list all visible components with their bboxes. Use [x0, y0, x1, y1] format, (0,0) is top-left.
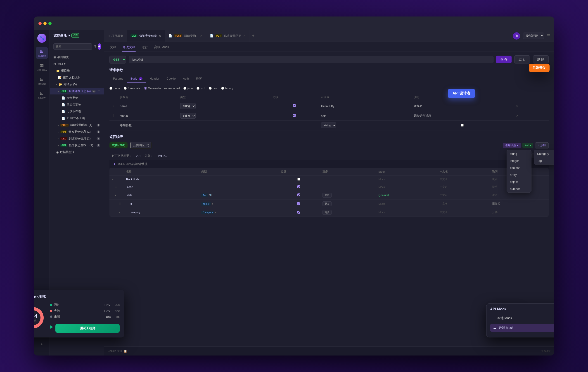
param-desc-status[interactable]: 宠物销售状态: [411, 111, 514, 121]
radio-raw[interactable]: raw: [209, 87, 218, 90]
close-button[interactable]: [38, 22, 42, 25]
drag-handle[interactable]: ⠿: [118, 202, 121, 206]
refresh-icon[interactable]: ↻: [513, 32, 520, 40]
resp-node-code[interactable]: code: [124, 183, 199, 191]
resp-mock-root[interactable]: Mock: [376, 176, 437, 183]
nav-item-query-pet[interactable]: ▾ GET 查询宠物信息 (4) 4 ⊞: [50, 88, 104, 94]
url-input[interactable]: [129, 56, 494, 63]
param-name-status[interactable]: status: [117, 111, 178, 121]
avatar[interactable]: 🐾: [37, 34, 46, 43]
resp-cnname-code[interactable]: 中文名: [437, 183, 489, 191]
tab-post-new[interactable]: 📄 POST 新建宠物... ✕: [165, 30, 206, 41]
subtab-edit-doc[interactable]: 修改文档: [122, 43, 136, 52]
tab-get-query[interactable]: GET 查询宠物信息 ✕: [127, 30, 165, 41]
radio-x-www[interactable]: X-www-form-urlencoded: [144, 87, 180, 90]
params-tab-settings[interactable]: 设置: [192, 75, 206, 83]
resp-more-cat[interactable]: 更多: [323, 210, 332, 215]
resp-required-root[interactable]: [297, 178, 300, 181]
public-response-btn[interactable]: 公共响应 (6): [130, 142, 152, 149]
delete-param-icon[interactable]: ✕: [516, 104, 519, 108]
delete-param-icon[interactable]: ✕: [516, 114, 519, 117]
tab-close-icon[interactable]: ✕: [159, 34, 161, 38]
add-param-row[interactable]: 添加参数 string: [109, 121, 549, 130]
nav-item-wrong-id[interactable]: 📄 ID 格式不正确: [50, 115, 104, 122]
sidebar-item-project-settings[interactable]: ⊟ 项目设置: [36, 75, 48, 87]
param-type-name[interactable]: string: [180, 103, 196, 109]
subtab-advanced-mock[interactable]: 高级 Mock: [154, 43, 169, 52]
play-button[interactable]: [50, 325, 53, 329]
model-category[interactable]: Category: [534, 150, 554, 157]
resp-more-id[interactable]: 更多: [323, 201, 332, 206]
drag-handle[interactable]: ⠿: [112, 114, 115, 117]
sidebar-item-interface-mgmt[interactable]: ⊞ 接口管理: [36, 47, 48, 59]
method-select[interactable]: GET: [109, 56, 126, 63]
drag-handle[interactable]: ⠿: [115, 185, 117, 189]
params-tab-params[interactable]: Params: [109, 75, 127, 83]
mock-local[interactable]: □ 本地 Mock: [490, 314, 554, 322]
resp-node-category[interactable]: category: [124, 208, 199, 217]
model-tag[interactable]: Tag: [534, 157, 554, 164]
save-button[interactable]: 保 存: [496, 56, 512, 63]
params-tab-header[interactable]: Header: [146, 75, 163, 83]
chevron-down-icon[interactable]: ▾: [212, 202, 213, 206]
radio-binary[interactable]: binary: [221, 87, 233, 90]
test-engineer-button[interactable]: 测试工程师: [55, 324, 120, 333]
nav-item-overview[interactable]: ⊞ 项目概览: [50, 54, 104, 61]
resp-mock-id[interactable]: Mock: [376, 200, 437, 208]
resp-mock-code[interactable]: Mock: [376, 183, 437, 191]
nav-item-sold[interactable]: 📄 已出售宠物: [50, 101, 104, 108]
resp-required-cat[interactable]: [297, 211, 300, 214]
type-string[interactable]: string: [507, 150, 531, 157]
resp-required-code[interactable]: [297, 185, 300, 188]
resp-node-data[interactable]: data: [124, 191, 199, 200]
ref-model-button[interactable]: 引用模型 ▸: [503, 143, 521, 148]
filter-button[interactable]: ⊽: [94, 43, 96, 50]
sidebar-item-online-share[interactable]: ⊡ 在线分享: [36, 89, 48, 101]
param-example-name[interactable]: Hello Kitty: [318, 101, 411, 111]
more-tabs-button[interactable]: ···: [257, 30, 265, 41]
tab-put-update[interactable]: 📄 PUT 修改宠物信息 ✕: [206, 30, 250, 41]
params-tab-auth[interactable]: Auth: [179, 75, 193, 83]
tab-close-icon[interactable]: ✕: [243, 34, 246, 38]
resp-mock-data[interactable]: Qnatural: [376, 191, 437, 200]
resp-cnname-id[interactable]: 中文名: [437, 200, 489, 208]
resp-cnname-root[interactable]: 中文名: [437, 176, 489, 183]
params-tab-body[interactable]: Body 2: [127, 75, 146, 83]
param-required-status[interactable]: [293, 114, 295, 117]
radio-json[interactable]: json: [183, 87, 193, 90]
radio-form-data[interactable]: form-data: [124, 87, 140, 90]
type-integer[interactable]: integer: [507, 157, 531, 164]
add-required-check[interactable]: [461, 124, 464, 126]
delete-button[interactable]: 删 除: [533, 55, 549, 63]
type-boolean[interactable]: boolean: [507, 164, 531, 171]
http-status-code[interactable]: 201: [136, 154, 141, 157]
menu-icon[interactable]: ☰: [547, 33, 550, 38]
nav-item-for-sale[interactable]: 📄 在售宠物: [50, 94, 104, 101]
fullscreen-button[interactable]: [48, 22, 52, 25]
nav-item-update-pet[interactable]: ▸ PUT 修改宠物信息 (1) 1: [50, 128, 104, 135]
nav-item-data-model[interactable]: ◉ 数据模型 ▾: [50, 149, 104, 155]
resp-required-id[interactable]: [297, 202, 300, 205]
chevron-down-icon[interactable]: ▾: [215, 211, 216, 214]
add-type-select[interactable]: string: [321, 123, 336, 128]
radio-none[interactable]: none: [109, 87, 120, 90]
tab-close-icon[interactable]: ✕: [200, 34, 202, 38]
param-name-name[interactable]: name: [117, 101, 178, 111]
resp-more-data[interactable]: 更多: [323, 193, 332, 197]
add-response-btn[interactable]: + 添加: [535, 142, 549, 148]
response-name[interactable]: Value...: [158, 154, 168, 157]
add-param-btn[interactable]: 添加参数: [117, 121, 270, 130]
status-badge[interactable]: 成功 (201): [109, 142, 127, 148]
radio-xml[interactable]: xml: [197, 87, 205, 90]
env-select[interactable]: 测试环境: [523, 32, 544, 39]
collapse-icon[interactable]: ▾: [118, 211, 120, 214]
sidebar-item-auto-test[interactable]: ▦ 自动化测试: [36, 61, 48, 73]
param-desc-name[interactable]: 宠物名: [411, 101, 514, 111]
collapse-icon[interactable]: ▾: [115, 194, 116, 197]
type-number[interactable]: number: [507, 185, 531, 192]
nav-item-root[interactable]: 📁 根目录: [50, 67, 104, 74]
search-input[interactable]: [53, 43, 92, 50]
resp-required-data[interactable]: [297, 194, 300, 196]
info-icon[interactable]: ℹ: [128, 350, 130, 353]
add-button[interactable]: +: [98, 43, 101, 50]
